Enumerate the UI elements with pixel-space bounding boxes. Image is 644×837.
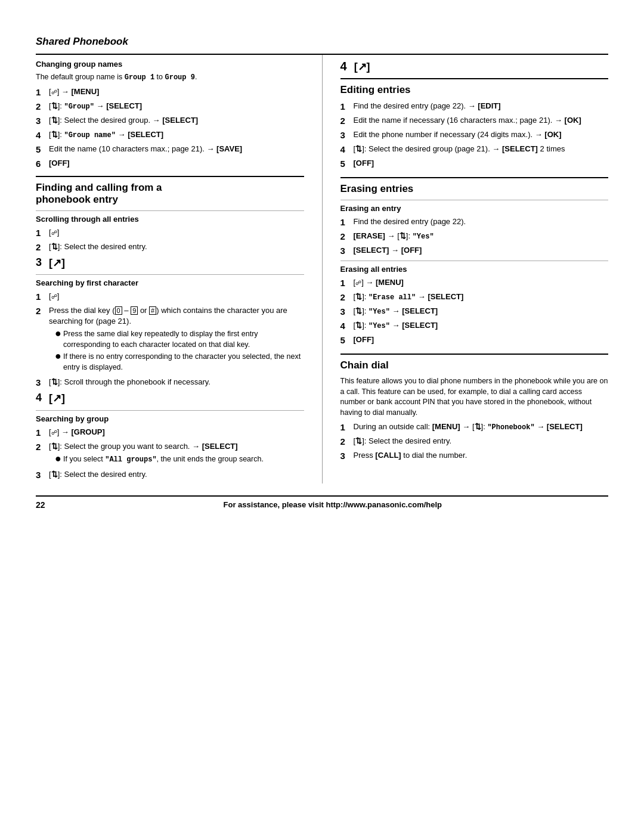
step-number: 4 xyxy=(340,320,354,332)
step-item: 1 [☍] → [MENU] xyxy=(36,86,304,98)
step-number: 4 xyxy=(340,143,354,156)
footer-page-number: 22 xyxy=(36,500,45,510)
step-number: 4 xyxy=(36,129,49,141)
step-number: 2 xyxy=(36,100,49,113)
step-item: 1 [☍] → [MENU] xyxy=(340,277,609,289)
step-content: Press the dial key (0 – 9 or #) which co… xyxy=(49,305,304,374)
step-number: 5 xyxy=(340,157,354,170)
step-content: Find the desired entry (page 22). xyxy=(354,216,609,227)
scrolling-steps: 1 [☍] 2 [⇅]: Select the desired entry. 3… xyxy=(36,227,304,271)
step-content: [OFF] xyxy=(354,158,609,169)
step-item: 6 [OFF] xyxy=(36,158,304,170)
step-number: 2 xyxy=(340,114,354,127)
section-changing-group-names: Changing group names The default group n… xyxy=(36,55,304,170)
step-item: 1 [☍] → [GROUP] xyxy=(36,427,304,439)
step-content: [⇅]: "Group name" → [SELECT] xyxy=(49,129,304,141)
step-content: Find the desired entry (page 22). → [EDI… xyxy=(354,101,609,111)
step-number: 3 xyxy=(340,305,354,318)
chain-dial-desc: This feature allows you to dial phone nu… xyxy=(340,376,609,418)
step-item: 2 Edit the name if necessary (16 charact… xyxy=(340,115,609,127)
section-editing-entries: Editing entries 1 Find the desired entry… xyxy=(340,78,609,170)
step-item: 1 Find the desired entry (page 22). xyxy=(340,216,609,228)
step-content: [⇅]: "Erase all" → [SELECT] xyxy=(354,292,609,303)
page-footer: 22 For assistance, please visit http://w… xyxy=(36,495,608,510)
step-number: 1 xyxy=(36,426,49,439)
step-content: [OFF] xyxy=(354,334,609,345)
step-number: 2 xyxy=(36,305,49,317)
step-item: 1 [☍] xyxy=(36,291,304,303)
step-item: 2 [⇅]: "Erase all" → [SELECT] xyxy=(340,292,609,303)
step-number: 2 xyxy=(340,435,354,448)
step-number: 3 xyxy=(36,469,49,481)
section-scrolling-all: Scrolling through all entries 1 [☍] 2 [⇅… xyxy=(36,210,304,271)
step-item: 4 [↗] xyxy=(36,391,304,406)
bullet-list: ● If you select "All groups", the unit e… xyxy=(49,454,304,465)
step-item: 5 Edit the name (10 characters max.; pag… xyxy=(36,144,304,156)
step-number: 4 xyxy=(36,390,49,405)
step-item: 3 [⇅]: Scroll through the phonebook if n… xyxy=(36,377,304,389)
bullet-item: ● If you select "All groups", the unit e… xyxy=(55,454,304,465)
step-content: [⇅]: Select the desired entry. xyxy=(354,436,609,447)
left-column: Changing group names The default group n… xyxy=(36,55,323,483)
section-chain-dial: Chain dial This feature allows you to di… xyxy=(340,354,609,462)
section-header-finding-calling: Finding and calling from aphonebook entr… xyxy=(36,182,304,206)
step-item: 3 [⇅]: Select the desired entry. xyxy=(36,469,304,481)
step-content: [⇅]: Select the desired entry. xyxy=(49,241,304,252)
bullet-item: ● Press the same dial key repeatedly to … xyxy=(55,329,304,350)
chain-dial-steps: 1 During an outside call: [MENU] → [⇅]: … xyxy=(340,421,609,462)
step-item: 5 [OFF] xyxy=(340,334,609,346)
step-number: 1 xyxy=(340,216,354,228)
section-header-erasing: Erasing entries xyxy=(340,183,609,195)
step-item: 3 Press [CALL] to dial the number. xyxy=(340,450,609,462)
right-column: 4 [↗] Editing entries 1 Find the desired… xyxy=(323,55,609,483)
step-content: [☍] xyxy=(49,291,304,302)
footer-assistance-text: For assistance, please visit http://www.… xyxy=(57,500,608,509)
bullet-text: If you select "All groups", the unit end… xyxy=(63,454,264,465)
erase-entry-steps: 1 Find the desired entry (page 22). 2 [E… xyxy=(340,216,609,257)
section-searching-first-char: Searching by first character 1 [☍] 2 Pre… xyxy=(36,274,304,407)
changing-group-steps: 1 [☍] → [MENU] 2 [⇅]: "Group" → [SELECT]… xyxy=(36,86,304,170)
step-item: 3 [↗] xyxy=(36,256,304,271)
first-char-steps: 1 [☍] 2 Press the dial key (0 – 9 or #) … xyxy=(36,291,304,407)
section-finding-calling: Finding and calling from aphonebook entr… xyxy=(36,176,304,481)
step-content: [↗] xyxy=(49,391,304,406)
bullet-dot: ● xyxy=(55,328,63,339)
step-item: 4 [⇅]: "Group name" → [SELECT] xyxy=(36,129,304,141)
step-content: Edit the name (10 characters max.; page … xyxy=(49,144,304,154)
step-item: 1 During an outside call: [MENU] → [⇅]: … xyxy=(340,421,609,433)
step-number: 2 xyxy=(340,291,354,303)
step-content: [⇅]: "Yes" → [SELECT] xyxy=(354,306,609,317)
top-step4: 4 [↗] xyxy=(340,55,609,73)
group-steps: 1 [☍] → [GROUP] 2 [⇅]: Select the group … xyxy=(36,427,304,481)
section-erasing-entry: Erasing an entry 1 Find the desired entr… xyxy=(340,200,609,257)
step-item: 3 Edit the phone number if necessary (24… xyxy=(340,129,609,141)
step-item: 2 [⇅]: Select the desired entry. xyxy=(340,436,609,448)
step-content: [☍] xyxy=(49,227,304,238)
step-content: [⇅]: Select the desired group. → [SELECT… xyxy=(49,115,304,126)
step-number: 3 xyxy=(340,450,354,462)
step-number: 3 xyxy=(340,244,354,257)
step-content: Edit the name if necessary (16 character… xyxy=(354,115,609,126)
step-item: 2 [⇅]: Select the desired entry. xyxy=(36,241,304,253)
section-header-scrolling: Scrolling through all entries xyxy=(36,215,304,224)
step-number: 3 xyxy=(36,255,49,270)
step-content: [OFF] xyxy=(49,158,304,169)
step-number: 6 xyxy=(36,157,49,170)
step-item: 3 [⇅]: Select the desired group. → [SELE… xyxy=(36,115,304,127)
step-content: [⇅]: "Group" → [SELECT] xyxy=(49,101,304,112)
section-header-erase-entry: Erasing an entry xyxy=(340,204,609,213)
step-content: [☍] → [MENU] xyxy=(354,277,609,288)
step-item: 2 [⇅]: Select the group you want to sear… xyxy=(36,441,304,467)
step-item: 3 [⇅]: "Yes" → [SELECT] xyxy=(340,306,609,318)
step-item: 4 [⇅]: "Yes" → [SELECT] xyxy=(340,320,609,332)
bullet-item: ● If there is no entry corresponding to … xyxy=(55,352,304,373)
step-item: 5 [OFF] xyxy=(340,158,609,170)
step-number: 2 xyxy=(36,441,49,453)
step-number: 2 xyxy=(36,241,49,253)
section-header-editing: Editing entries xyxy=(340,84,609,96)
step-content: Edit the phone number if necessary (24 d… xyxy=(354,129,609,140)
step-number: 1 xyxy=(340,421,354,433)
bullet-dot: ● xyxy=(55,351,63,361)
step-number: 3 xyxy=(36,376,49,389)
bullet-text: If there is no entry corresponding to th… xyxy=(63,352,304,373)
